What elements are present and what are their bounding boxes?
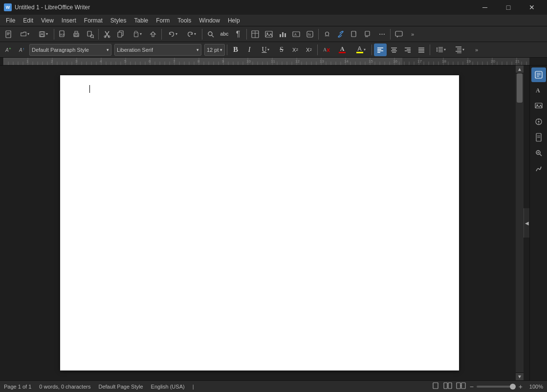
insert-image-button[interactable]	[263, 28, 275, 41]
svg-text:20: 20	[491, 59, 495, 64]
menu-file[interactable]: File	[2, 16, 19, 25]
document-page[interactable]	[60, 75, 459, 370]
style-update-button[interactable]: A↑	[16, 44, 28, 56]
word-count[interactable]: 0 words, 0 characters	[39, 384, 90, 390]
menu-form[interactable]: Form	[152, 16, 174, 25]
toolbar-expand-button[interactable]: »	[406, 28, 419, 41]
save-button[interactable]: ▾	[34, 28, 52, 41]
zoom-decrease-button[interactable]: −	[469, 383, 475, 391]
underline-button[interactable]: U ▾	[257, 44, 274, 56]
insert-field-button[interactable]: fx	[304, 28, 316, 41]
close-button[interactable]: ✕	[521, 0, 543, 15]
paragraph-style-select[interactable]: Default Paragraph Style ▾	[29, 44, 111, 56]
scroll-track[interactable]	[516, 73, 524, 372]
superscript-button[interactable]: X2	[289, 44, 302, 56]
insert-link-button[interactable]	[334, 28, 347, 41]
font-size-select[interactable]: 12 pt ▾	[204, 44, 225, 56]
menu-styles[interactable]: Styles	[107, 16, 131, 25]
align-left-button[interactable]	[374, 44, 387, 56]
side-find-button[interactable]	[531, 146, 546, 160]
strikethrough-button[interactable]: S	[275, 44, 288, 56]
highlight-button[interactable]: A ▾	[352, 44, 370, 56]
svg-rect-228	[448, 383, 452, 389]
insert-endnote-button[interactable]: 1	[348, 28, 361, 41]
svg-text:↑: ↑	[22, 47, 24, 51]
side-styles-button[interactable]: A	[531, 83, 546, 98]
side-page-button[interactable]	[531, 130, 546, 145]
subscript-button[interactable]: X2	[303, 44, 315, 56]
view-single-page-button[interactable]	[431, 382, 440, 391]
toolbar2-expand-button[interactable]: »	[470, 44, 483, 56]
justify-button[interactable]	[415, 44, 428, 56]
view-multi-page-button[interactable]	[442, 382, 453, 391]
clear-format-button[interactable]: A	[320, 44, 332, 56]
clone-format-button[interactable]	[147, 28, 159, 41]
scroll-thumb[interactable]	[517, 73, 523, 103]
zoom-increase-button[interactable]: +	[518, 383, 524, 391]
menu-view[interactable]: View	[37, 16, 58, 25]
svg-line-223	[540, 154, 542, 156]
side-signatures-button[interactable]	[531, 161, 546, 176]
spellcheck-button[interactable]: abc	[218, 28, 231, 41]
zoom-thumb[interactable]	[510, 384, 516, 390]
svg-text:A: A	[5, 47, 9, 53]
redo-button[interactable]: ▾	[182, 28, 200, 41]
zoom-level[interactable]: 100%	[525, 384, 543, 390]
insert-comment-button[interactable]	[393, 28, 405, 41]
menu-tools[interactable]: Tools	[174, 16, 195, 25]
font-name-arrow: ▾	[197, 47, 199, 52]
special-chars-button[interactable]: Ω	[321, 28, 333, 41]
view-book-mode-button[interactable]	[455, 382, 467, 391]
new-button[interactable]	[2, 28, 15, 41]
side-navigator-button[interactable]	[531, 114, 546, 129]
paste-button[interactable]: ▾	[128, 28, 146, 41]
menu-edit[interactable]: Edit	[19, 16, 37, 25]
side-properties-button[interactable]	[531, 67, 546, 82]
language[interactable]: English (USA)	[151, 384, 185, 390]
formatting-marks-button[interactable]: ¶	[232, 28, 244, 41]
cut-button[interactable]	[101, 28, 113, 41]
side-gallery-button[interactable]	[531, 99, 546, 113]
sep4	[202, 29, 202, 40]
align-right-button[interactable]	[401, 44, 414, 56]
sidebar-collapse-button[interactable]: ◀	[524, 208, 529, 238]
open-button[interactable]: ▾	[16, 28, 33, 41]
font-name-select[interactable]: Liberation Serif ▾	[114, 44, 201, 56]
find-button[interactable]	[204, 28, 217, 41]
font-color-button[interactable]: A	[333, 44, 351, 56]
menu-window[interactable]: Window	[195, 16, 224, 25]
insert-textbox-button[interactable]: A	[290, 28, 303, 41]
menu-insert[interactable]: Insert	[58, 16, 80, 25]
document-area[interactable]	[3, 65, 516, 380]
zoom-slider[interactable]	[477, 386, 516, 388]
print-preview-button[interactable]	[84, 28, 96, 41]
sep1	[54, 29, 54, 40]
export-pdf-button[interactable]: PDF	[56, 28, 69, 41]
italic-button[interactable]: I	[243, 44, 256, 56]
menu-help[interactable]: Help	[224, 16, 244, 25]
page-info[interactable]: Page 1 of 1	[4, 384, 31, 390]
insert-chart-button[interactable]	[276, 28, 289, 41]
bold-button[interactable]: B	[229, 44, 242, 56]
menu-format[interactable]: Format	[80, 16, 107, 25]
svg-text:18: 18	[442, 59, 446, 64]
paragraph-spacing-button[interactable]: ▾	[451, 44, 468, 56]
align-center-button[interactable]	[388, 44, 400, 56]
toolbar1-more-button[interactable]: ⋯	[375, 28, 388, 41]
scroll-up-button[interactable]: ▲	[516, 65, 524, 73]
maximize-button[interactable]: □	[497, 0, 520, 15]
sep7	[390, 29, 391, 40]
minimize-button[interactable]: ─	[474, 0, 496, 15]
scroll-down-button[interactable]: ▼	[516, 372, 524, 380]
svg-text:A: A	[294, 33, 297, 36]
menu-table[interactable]: Table	[131, 16, 153, 25]
copy-button[interactable]	[114, 28, 127, 41]
style-new-button[interactable]: A+	[2, 44, 15, 56]
line-spacing-button[interactable]: ▾	[432, 44, 450, 56]
undo-button[interactable]: ▾	[164, 28, 181, 41]
print-button[interactable]	[70, 28, 83, 41]
page-style[interactable]: Default Page Style	[98, 384, 143, 390]
insert-table-button[interactable]	[249, 28, 262, 41]
insert-footnote-button[interactable]	[362, 28, 374, 41]
svg-rect-20	[118, 32, 122, 37]
